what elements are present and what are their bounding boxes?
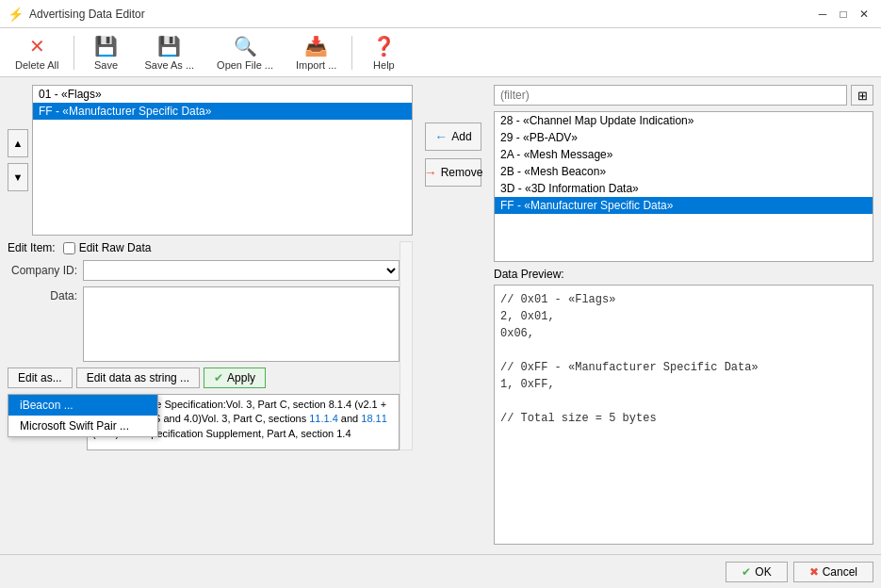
center-buttons: ← Add → Remove [420,85,486,547]
filter-input[interactable] [494,85,847,106]
apply-check-icon: ✔ [214,371,223,384]
edit-item-label: Edit Item: [8,241,56,254]
left-list[interactable]: 01 - «Flags» FF - «Manufacturer Specific… [32,85,413,236]
data-textarea[interactable] [83,286,400,362]
preview-text: // 0x01 - «Flags» 2, 0x01, 0x06, // 0xFF… [494,285,873,545]
cancel-button[interactable]: ✖ Cancel [793,562,873,582]
save-as-label: Save As ... [144,59,194,71]
move-up-button[interactable]: ▲ [8,129,28,157]
apply-label: Apply [227,371,255,384]
open-file-button[interactable]: 🔍 Open File ... [209,31,281,74]
save-as-icon: 💾 [157,35,181,57]
list-item[interactable]: 29 - «PB-ADV» [495,129,873,146]
window-title: Advertising Data Editor [29,8,145,21]
app-icon: ⚡ [8,7,24,22]
save-label: Save [94,59,118,71]
import-button[interactable]: 📥 Import ... [288,31,344,74]
maximize-button[interactable]: □ [834,5,853,24]
button-row: Edit as... Edit data as string ... ✔ App… [8,368,400,388]
company-id-row: Company ID: [8,260,400,281]
help-button[interactable]: ❓ Help [360,31,407,74]
list-item[interactable]: 2B - «Mesh Beacon» [495,163,873,180]
preview-label: Data Preview: [494,268,873,281]
ok-label: OK [755,565,771,579]
company-id-select[interactable] [83,260,400,281]
list-item[interactable]: 28 - «Channel Map Update Indication» [495,112,873,129]
edit-item-header: Edit Item: Edit Raw Data [8,241,400,254]
edit-as-button[interactable]: Edit as... [8,368,73,388]
add-button[interactable]: ← Add [425,122,481,151]
title-bar: ⚡ Advertising Data Editor ─ □ ✕ [0,0,881,28]
left-list-wrapper: ▲ ▼ 01 - «Flags» FF - «Manufacturer Spec… [8,85,413,236]
list-item[interactable]: 2A - «Mesh Message» [495,146,873,163]
close-button[interactable]: ✕ [855,5,873,24]
toolbar-separator-1 [73,36,74,70]
add-arrow-icon: ← [434,129,448,144]
bottom-bar: ✔ OK ✖ Cancel [0,554,881,588]
remove-button[interactable]: → Remove [425,158,481,187]
main-content: ▲ ▼ 01 - «Flags» FF - «Manufacturer Spec… [0,77,881,554]
right-list[interactable]: 28 - «Channel Map Update Indication» 29 … [494,111,873,262]
dropdown-menu: iBeacon ... Microsoft Swift Pair ... [8,394,158,437]
remove-label: Remove [441,166,483,179]
right-panel: ⊞ 28 - «Channel Map Update Indication» 2… [494,85,873,547]
reference-link-1[interactable]: 11.1.4 [309,413,338,424]
list-item[interactable]: 01 - «Flags» [33,86,412,103]
edit-raw-data-label: Edit Raw Data [79,241,152,254]
delete-all-label: Delete All [15,59,58,71]
ok-check-icon: ✔ [742,565,751,579]
save-as-button[interactable]: 💾 Save As ... [137,31,202,74]
add-label: Add [451,130,471,143]
dropdown-item-swift-pair[interactable]: Microsoft Swift Pair ... [8,416,157,436]
help-label: Help [373,59,395,71]
data-label: Data: [8,286,83,302]
window-controls: ─ □ ✕ [813,5,873,24]
toolbar: ✕ Delete All 💾 Save 💾 Save As ... 🔍 Open… [0,28,881,77]
filter-row: ⊞ [494,85,873,106]
list-item[interactable]: 3D - «3D Information Data» [495,180,873,197]
help-icon: ❓ [372,35,396,57]
cancel-label: Cancel [823,565,857,579]
remove-arrow-icon: → [424,165,437,180]
dropdown-item-ibeacon[interactable]: iBeacon ... [8,395,157,416]
edit-item-section: Edit Item: Edit Raw Data Company ID: Dat… [8,241,400,450]
delete-all-button[interactable]: ✕ Delete All [8,31,66,74]
save-icon: 💾 [94,35,118,57]
edit-data-string-button[interactable]: Edit data as string ... [76,368,200,388]
ok-button[interactable]: ✔ OK [726,562,787,582]
delete-all-icon: ✕ [29,35,45,57]
filter-icon: ⊞ [857,89,868,103]
edit-section-scrollbar[interactable] [400,241,413,450]
move-down-button[interactable]: ▼ [8,163,28,191]
left-panel: ▲ ▼ 01 - «Flags» FF - «Manufacturer Spec… [8,85,413,547]
save-button[interactable]: 💾 Save [82,31,129,74]
cancel-x-icon: ✖ [809,565,819,579]
reference-link-2[interactable]: 18.11 [361,413,387,424]
apply-button[interactable]: ✔ Apply [204,368,266,388]
list-item[interactable]: FF - «Manufacturer Specific Data» [495,197,873,214]
preview-section: Data Preview: // 0x01 - «Flags» 2, 0x01,… [494,268,873,547]
minimize-button[interactable]: ─ [813,5,832,24]
side-nav-arrows: ▲ ▼ [8,85,28,236]
data-row: Data: [8,286,400,362]
open-file-label: Open File ... [217,59,273,71]
filter-button[interactable]: ⊞ [851,85,873,106]
edit-raw-data-checkbox[interactable] [63,242,75,254]
open-file-icon: 🔍 [234,35,257,57]
edit-section-scroll: Edit Item: Edit Raw Data Company ID: Dat… [8,241,413,450]
list-item[interactable]: FF - «Manufacturer Specific Data» [33,103,412,120]
import-label: Import ... [296,59,336,71]
import-icon: 📥 [304,35,328,57]
company-id-label: Company ID: [8,264,83,277]
edit-raw-data-container: Edit Raw Data [63,241,152,254]
toolbar-separator-2 [351,36,352,70]
